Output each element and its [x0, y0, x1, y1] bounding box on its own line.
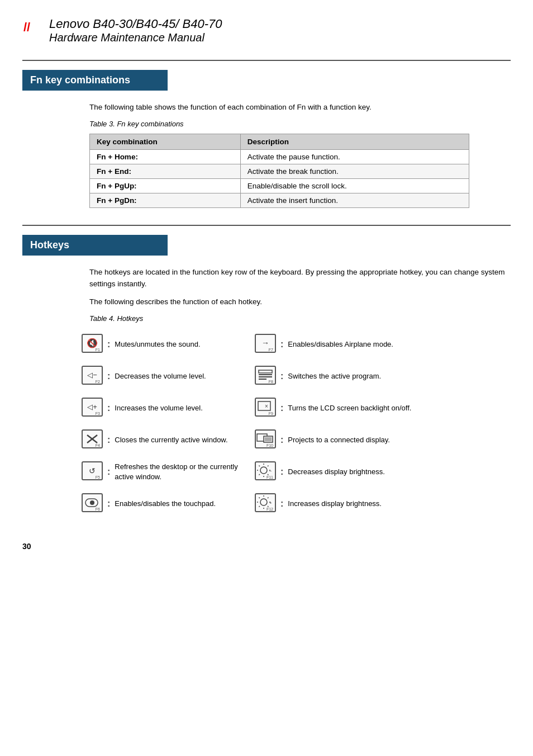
hotkey-description: Switches the active program. — [288, 371, 421, 381]
hotkey-description: Closes the currently active window. — [115, 435, 248, 445]
fn-col-header-key: Key combination — [90, 134, 241, 150]
svg-text:F12: F12 — [266, 507, 273, 511]
svg-text:🔇: 🔇 — [87, 338, 98, 348]
svg-text:F10: F10 — [266, 443, 273, 447]
hotkey-colon: : — [107, 371, 110, 381]
hotkey-colon: : — [107, 499, 110, 509]
svg-text:◁−: ◁− — [87, 371, 97, 379]
hotkey-item: F11 − :Decreases display brightness. — [251, 456, 425, 488]
svg-line-41 — [259, 466, 260, 467]
fn-desc: Enable/disable the scroll lock. — [240, 179, 469, 193]
fn-intro: The following table shows the function o… — [89, 102, 511, 113]
svg-line-60 — [259, 506, 260, 507]
page: // Lenovo B40-30/B40-45/ B40-70 Hardware… — [0, 0, 533, 573]
fn-key-combo: Fn + End: — [90, 164, 241, 179]
hotkey-colon: : — [107, 467, 110, 477]
svg-point-49 — [90, 500, 94, 505]
svg-text:F4: F4 — [96, 443, 100, 447]
svg-text:→: → — [261, 338, 269, 347]
hotkey-icon-F2: ◁− F2 — [82, 366, 103, 386]
svg-text://: // — [23, 20, 30, 34]
fn-desc: Activate the break function. — [240, 164, 469, 179]
fn-key-combo: Fn + PgDn: — [90, 193, 241, 208]
svg-line-43 — [268, 466, 269, 467]
hotkey-icon-F1: 🔇 F1 — [82, 334, 103, 355]
hotkey-icon-F4: F4 — [82, 429, 103, 450]
svg-text:−: − — [269, 469, 272, 474]
lenovo-logo: // — [22, 19, 42, 41]
svg-text:F11: F11 — [266, 475, 273, 479]
hotkey-item: → F7 :Enables/disables Airplane mode. — [251, 328, 425, 360]
svg-line-44 — [259, 474, 260, 475]
hotkey-colon: : — [280, 499, 283, 509]
svg-text:×: × — [265, 403, 268, 409]
svg-rect-30 — [265, 437, 272, 441]
hotkey-item: F10 :Projects to a connected display. — [251, 424, 425, 456]
fn-section: Fn key combinations The following table … — [22, 60, 511, 208]
fn-desc: Activate the pause function. — [240, 150, 469, 164]
hotkeys-table-caption: Table 4. Hotkeys — [89, 314, 511, 323]
hotkey-icon-F6: F6 — [82, 493, 103, 514]
header-text: Lenovo B40-30/B40-45/ B40-70 Hardware Ma… — [49, 17, 222, 44]
hotkey-colon: : — [280, 467, 283, 477]
hotkey-colon: : — [107, 435, 110, 445]
svg-text:↺: ↺ — [89, 466, 96, 475]
hotkey-icon-F8: F8 — [255, 366, 276, 386]
hotkey-item: 🔇 F1 :Mutes/unmutes the sound. — [78, 328, 251, 360]
hotkey-description: Enables/disables Airplane mode. — [288, 339, 421, 349]
hotkey-description: Decreases display brightness. — [288, 467, 421, 477]
section-divider-fn — [22, 60, 511, 61]
hotkey-colon: : — [107, 339, 110, 349]
svg-rect-13 — [259, 376, 272, 377]
hotkeys-intro1: The hotkeys are located in the function … — [89, 267, 511, 290]
title-sub: Hardware Maintenance Manual — [49, 31, 222, 44]
hotkey-description: Increases display brightness. — [288, 499, 421, 509]
hotkey-item: F8 :Switches the active program. — [251, 360, 425, 392]
hotkey-item: ↺ F5 :Refreshes the desktop or the curre… — [78, 456, 251, 488]
hotkey-item: F12 + :Increases display brightness. — [251, 488, 425, 519]
hotkeys-grid: 🔇 F1 :Mutes/unmutes the sound. → F7 :Ena… — [78, 328, 425, 519]
svg-text:F7: F7 — [269, 348, 273, 352]
header: // Lenovo B40-30/B40-45/ B40-70 Hardware… — [22, 17, 511, 44]
hotkey-colon: : — [280, 339, 283, 349]
hotkeys-section-heading: Hotkeys — [22, 235, 168, 256]
hotkey-item: F6 :Enables/disables the touchpad. — [78, 488, 251, 519]
svg-rect-14 — [259, 379, 266, 380]
fn-section-heading: Fn key combinations — [22, 70, 168, 91]
section-divider-hotkeys — [22, 225, 511, 226]
fn-col-header-desc: Description — [240, 134, 469, 150]
hotkey-icon-F10: F10 — [255, 429, 276, 450]
hotkeys-section: Hotkeys The hotkeys are located in the f… — [22, 225, 511, 519]
svg-line-57 — [259, 498, 260, 499]
hotkey-icon-F9: × F9 — [255, 398, 276, 418]
hotkey-colon: : — [280, 403, 283, 413]
svg-text:+: + — [269, 500, 272, 505]
svg-text:F9: F9 — [269, 412, 273, 415]
page-number: 30 — [22, 542, 511, 551]
hotkey-icon-F5: ↺ F5 — [82, 461, 103, 482]
hotkey-colon: : — [280, 371, 283, 381]
fn-desc: Activate the insert function. — [240, 193, 469, 208]
hotkey-description: Refreshes the desktop or the currently a… — [115, 462, 248, 481]
hotkeys-intro2: The following describes the function of … — [89, 296, 511, 308]
fn-key-combo: Fn + PgUp: — [90, 179, 241, 193]
hotkey-colon: : — [280, 435, 283, 445]
hotkey-item: ◁− F2 :Decreases the volume level. — [78, 360, 251, 392]
svg-text:F6: F6 — [96, 507, 100, 511]
hotkey-description: Enables/disables the touchpad. — [115, 499, 248, 509]
svg-text:F5: F5 — [96, 475, 100, 479]
hotkey-icon-F12: F12 + — [255, 493, 276, 514]
hotkey-item: ◁+ F3 :Increases the volume level. — [78, 392, 251, 424]
hotkey-description: Increases the volume level. — [115, 403, 248, 413]
hotkey-icon-F7: → F7 — [255, 334, 276, 355]
hotkey-icon-F3: ◁+ F3 — [82, 398, 103, 418]
hotkey-item: × F9 :Turns the LCD screen backlight on/… — [251, 392, 425, 424]
title-main: Lenovo B40-30/B40-45/ B40-70 — [49, 17, 222, 31]
hotkey-colon: : — [107, 403, 110, 413]
fn-key-combo: Fn + Home: — [90, 150, 241, 164]
fn-table-caption: Table 3. Fn key combinations — [89, 120, 511, 128]
svg-line-59 — [268, 498, 269, 499]
svg-rect-12 — [259, 374, 272, 375]
hotkey-description: Projects to a connected display. — [288, 435, 421, 445]
svg-text:F2: F2 — [96, 380, 100, 384]
